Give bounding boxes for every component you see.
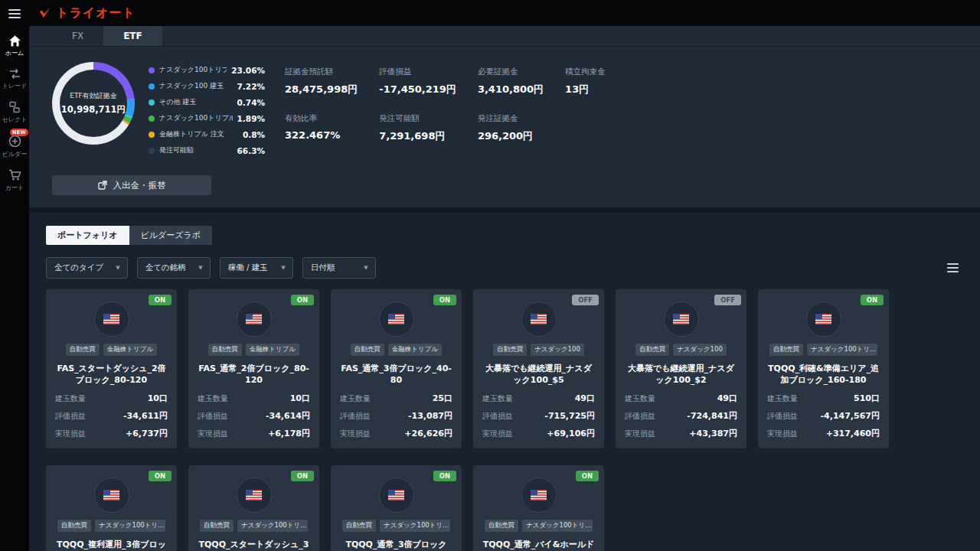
tab-builders-lab[interactable]: ビルダーズラボ (129, 226, 213, 245)
filter-label: 全てのタイプ (54, 262, 103, 273)
legend-color-dot (149, 132, 155, 138)
tab-portfolio[interactable]: ポートフォリオ (46, 226, 129, 245)
qty-label: 建玉数量 (625, 393, 655, 404)
qty-value: 10口 (290, 393, 310, 404)
strategy-card[interactable]: ON 自動売買ナスダック100トリ… TQQQ_通常_3倍ブロック_40-80 … (331, 465, 462, 551)
legend-item: ナスダック100 建玉 7.22% (149, 81, 265, 91)
eval-pnl-value: -4,147,567円 (821, 410, 880, 422)
stat-label: 発注証拠金 (478, 113, 544, 124)
tag-row: 自動売買ナスダック100トリ… (55, 520, 168, 532)
strategy-title: FAS_スタートダッシュ_2倍ブロック_80-120 (55, 363, 168, 386)
strategy-card[interactable]: ON 自動売買ナスダック100トリ… TQQQ_スタートダッシュ_3倍ブロック_… (188, 465, 319, 551)
strategy-tag: 自動売買 (485, 520, 518, 532)
deposit-withdraw-button[interactable]: 入出金・振替 (52, 175, 211, 195)
strategy-tag: 自動売買 (57, 520, 91, 532)
strategy-card[interactable]: ON 自動売買金融株トリプル FAS_スタートダッシュ_2倍ブロック_80-12… (46, 289, 177, 448)
sidebar-item-label: セレクト (2, 116, 28, 124)
stat-value: 7,291,698円 (379, 129, 456, 143)
strategy-tag: ナスダック100トリ… (237, 520, 308, 532)
legend-item: ナスダック100トリプル 建玉 23.06% (149, 65, 265, 75)
deposit-withdraw-label: 入出金・振替 (113, 180, 166, 191)
legend-label: ナスダック100 建玉 (159, 81, 233, 91)
strategy-title: FAS_通常_3倍ブロック_40-80 (340, 363, 452, 386)
legend-percent: 7.22% (237, 82, 265, 91)
strategy-title: TQQQ_複利運用_3倍ブロック_40-80 (55, 539, 168, 551)
strategy-card[interactable]: OFF 自動売買ナスダック100 大暴落でも継続運用_ナスダック100_$5 建… (473, 289, 604, 448)
select-grid-icon (8, 101, 21, 113)
filter-bar: 全てのタイプ ▼ 全ての銘柄 ▼ 稼働 / 建玉 ▼ 日付順 ▼ (46, 257, 959, 279)
legend-percent: 23.06% (231, 66, 265, 75)
strategy-card[interactable]: ON 自動売買金融株トリプル FAS_通常_3倍ブロック_40-80 建玉数量2… (331, 289, 462, 448)
eval-pnl-value: -34,611円 (123, 410, 168, 422)
eval-pnl-label: 評価損益 (198, 411, 228, 422)
qty-label: 建玉数量 (482, 393, 513, 404)
strategy-card[interactable]: ON 自動売買ナスダック100トリ… TQQQ_利確&準備エリア_追加ブロック_… (758, 289, 889, 448)
list-view-icon[interactable] (947, 263, 959, 272)
sidebar-item-cart[interactable]: カート (0, 164, 29, 197)
filter-dropdown[interactable]: 全てのタイプ ▼ (46, 257, 128, 279)
sidebar-item-home[interactable]: ホーム (0, 30, 29, 63)
strategy-card[interactable]: ON 自動売買金融株トリプル FAS_通常_2倍ブロック_80-120 建玉数量… (188, 289, 319, 448)
tag-row: 自動売買金融株トリプル (55, 344, 168, 356)
qty-value: 25口 (433, 393, 452, 404)
tag-row: 自動売買ナスダック100 (625, 344, 737, 356)
legend-percent: 66.3% (237, 146, 265, 155)
app-logo[interactable]: トライオート (38, 5, 136, 21)
strategy-tag: 自動売買 (351, 344, 384, 356)
us-flag-icon (531, 490, 547, 500)
strategy-tag: 自動売買 (635, 344, 669, 356)
new-badge: NEW (10, 129, 28, 136)
trade-arrows-icon (8, 68, 21, 80)
portfolio-section: ポートフォリオ ビルダーズラボ 全てのタイプ ▼ 全ての銘柄 ▼ 稼働 / 建玉… (29, 212, 980, 551)
filter-dropdown[interactable]: 稼働 / 建玉 ▼ (220, 257, 293, 279)
strategy-card[interactable]: OFF 自動売買ナスダック100 大暴落でも継続運用_ナスダック100_$2 建… (616, 289, 746, 448)
tab-fx[interactable]: FX (52, 26, 103, 46)
stat-label: 有効比率 (285, 113, 358, 124)
tab-etf[interactable]: ETF (103, 26, 162, 46)
legend-item: 発注可能額 66.3% (149, 145, 265, 155)
strategy-tag: 自動売買 (200, 520, 234, 532)
strategy-tag: 自動売買 (342, 520, 376, 532)
strategy-tag: 自動売買 (769, 344, 803, 356)
chevron-down-icon: ▼ (281, 265, 285, 271)
legend-percent: 0.8% (243, 130, 265, 139)
eval-pnl-value: -13,087円 (408, 410, 452, 422)
strategy-tag: ナスダック100トリ… (522, 520, 593, 532)
filter-dropdown[interactable]: 全ての銘柄 ▼ (137, 257, 211, 279)
menu-icon[interactable] (8, 7, 21, 21)
stat-value: 3,410,800円 (478, 83, 544, 96)
eval-pnl-value: -724,841円 (687, 410, 737, 422)
stat-label: 必要証拠金 (478, 67, 544, 77)
stat-cell: 証拠金預託額 28,475,998円 (285, 67, 358, 96)
stat-cell: 積立拘束金 13円 (565, 67, 631, 96)
qty-label: 建玉数量 (55, 393, 86, 404)
realized-pnl-value: +6,178円 (268, 428, 310, 439)
realized-pnl-label: 実現損益 (625, 429, 655, 439)
stat-cell: 有効比率 322.467% (285, 113, 358, 143)
strategy-tag: 自動売買 (66, 344, 100, 356)
qty-label: 建玉数量 (340, 393, 371, 404)
instrument-avatar (379, 478, 414, 513)
qty-value: 49口 (575, 393, 595, 404)
sidebar-item-builder[interactable]: NEW ビルダー (0, 129, 29, 164)
strategy-card[interactable]: ON 自動売買ナスダック100トリ… TQQQ_通常_バイ&ホールド_0-40 … (473, 465, 604, 551)
strategy-card[interactable]: ON 自動売買ナスダック100トリ… TQQQ_複利運用_3倍ブロック_40-8… (46, 465, 177, 551)
instrument-avatar (94, 478, 129, 513)
qty-label: 建玉数量 (198, 393, 228, 404)
status-badge: ON (291, 295, 314, 305)
sidebar: ホーム トレード セレクト NEW ビルダー カート (0, 0, 29, 551)
cart-icon (8, 169, 21, 181)
filter-dropdown[interactable]: 日付順 ▼ (302, 257, 376, 279)
stat-value: 296,200円 (478, 129, 544, 143)
sidebar-item-trade[interactable]: トレード (0, 63, 29, 96)
eval-pnl-label: 評価損益 (767, 411, 798, 422)
eval-pnl-value: -715,725円 (544, 410, 595, 422)
eval-pnl-label: 評価損益 (625, 411, 655, 422)
stat-value: 322.467% (285, 129, 358, 141)
sidebar-item-select[interactable]: セレクト (0, 96, 29, 129)
content-area: FX ETF ETF有効証拠金 10,998,711円 ナスダック100トリプル… (29, 26, 980, 551)
external-link-icon (98, 181, 107, 190)
realized-pnl-label: 実現損益 (198, 429, 228, 439)
strategy-title: TQQQ_スタートダッシュ_3倍ブロック_40-80 (198, 539, 310, 551)
strategy-tag: 金融株トリプル (388, 344, 442, 356)
